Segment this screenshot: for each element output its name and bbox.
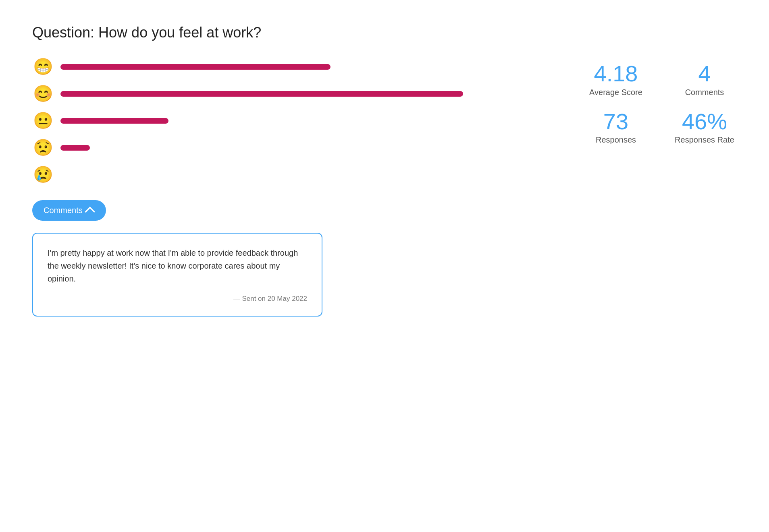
- average-score-block: 4.18 Average Score: [584, 61, 648, 97]
- emoji-very-sad: 😢: [32, 165, 54, 184]
- average-score-value: 4.18: [594, 61, 638, 86]
- bar-row: 😟: [32, 138, 551, 157]
- comments-button-label: Comments: [44, 206, 83, 215]
- bar-neutral: [60, 118, 168, 124]
- responses-rate-block: 46% Responses Rate: [672, 109, 737, 145]
- chevron-up-icon: [85, 207, 95, 217]
- bar-row: 😢: [32, 165, 551, 184]
- bar-row: 😊: [32, 84, 551, 103]
- emoji-sad: 😟: [32, 138, 54, 157]
- bar-container-very-happy: [60, 64, 551, 70]
- bar-container-very-sad: [60, 172, 551, 178]
- chart-section: 😁😊😐😟😢: [32, 57, 551, 184]
- responses-label: Responses: [596, 135, 636, 145]
- bar-row: 😁: [32, 57, 551, 76]
- comments-count-block: 4 Comments: [672, 61, 737, 97]
- emoji-very-happy: 😁: [32, 57, 54, 76]
- page-title: Question: How do you feel at work?: [32, 24, 737, 41]
- stats-section: 4.18 Average Score 4 Comments 73 Respons…: [584, 57, 737, 145]
- emoji-happy: 😊: [32, 84, 54, 103]
- comment-meta: — Sent on 20 May 2022: [48, 295, 307, 303]
- responses-rate-label: Responses Rate: [675, 135, 734, 145]
- responses-rate-value: 46%: [682, 109, 727, 134]
- bar-container-happy: [60, 91, 551, 97]
- bar-happy: [60, 91, 463, 97]
- bar-very-happy: [60, 64, 330, 70]
- bar-container-sad: [60, 145, 551, 151]
- responses-block: 73 Responses: [584, 109, 648, 145]
- comments-toggle-button[interactable]: Comments: [32, 200, 106, 221]
- comments-count-label: Comments: [685, 88, 724, 97]
- emoji-neutral: 😐: [32, 111, 54, 130]
- main-content: 😁😊😐😟😢 4.18 Average Score 4 Comments 73 R…: [32, 57, 737, 184]
- bar-sad: [60, 145, 90, 151]
- bar-container-neutral: [60, 118, 551, 124]
- comment-text: I'm pretty happy at work now that I'm ab…: [48, 246, 307, 285]
- bar-row: 😐: [32, 111, 551, 130]
- comments-count-value: 4: [698, 61, 711, 86]
- responses-value: 73: [603, 109, 628, 134]
- comment-card: I'm pretty happy at work now that I'm ab…: [32, 233, 322, 317]
- average-score-label: Average Score: [589, 88, 642, 97]
